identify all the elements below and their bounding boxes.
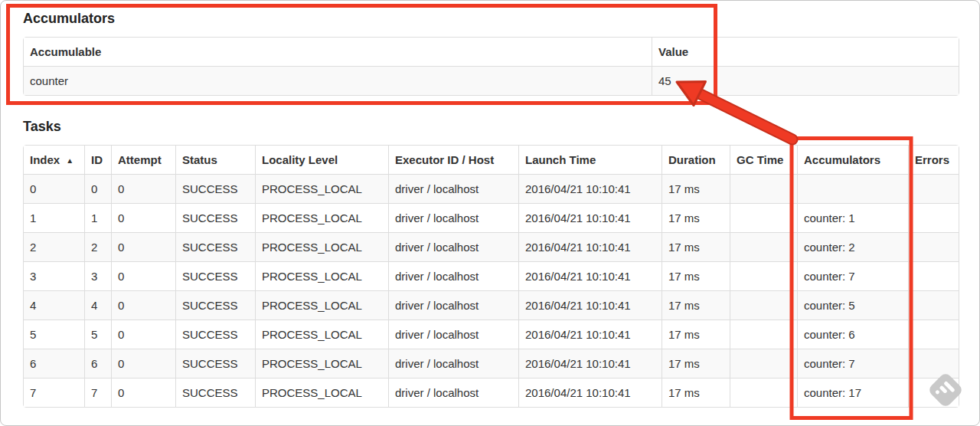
cell-duration: 17 ms: [662, 232, 730, 261]
cell-locality: PROCESS_LOCAL: [255, 349, 388, 378]
spark-ui-screenshot: Accumulators Accumulable Value counter 4…: [0, 0, 980, 426]
cell-id: 5: [84, 320, 111, 349]
cell-attempt: 0: [111, 203, 175, 232]
cell-errors: [908, 232, 959, 261]
cell-errors: [908, 349, 959, 378]
cell-index: 4: [24, 290, 84, 320]
cell-index: 3: [24, 261, 84, 290]
cell-gc-time: [730, 378, 797, 407]
cell-status: SUCCESS: [175, 232, 255, 261]
col-header-status[interactable]: Status: [175, 146, 255, 174]
cell-executor: driver / localhost: [388, 203, 518, 232]
col-header-locality-level[interactable]: Locality Level: [255, 146, 388, 174]
task-row: 7 7 0 SUCCESS PROCESS_LOCAL driver / loc…: [24, 378, 959, 407]
col-header-attempt[interactable]: Attempt: [111, 146, 175, 174]
cell-accumulators: counter: 7: [797, 349, 908, 378]
cell-executor: driver / localhost: [388, 290, 518, 320]
cell-attempt: 0: [111, 261, 175, 290]
cell-id: 1: [84, 203, 111, 232]
col-header-id[interactable]: ID: [84, 146, 111, 174]
cell-accumulators: counter: 2: [797, 232, 908, 261]
cell-locality: PROCESS_LOCAL: [255, 232, 388, 261]
col-header-duration[interactable]: Duration: [662, 146, 730, 174]
cell-id: 6: [84, 349, 111, 378]
cell-status: SUCCESS: [175, 349, 255, 378]
cell-locality: PROCESS_LOCAL: [255, 261, 388, 290]
cell-id: 0: [84, 174, 111, 203]
page-content: Accumulators Accumulable Value counter 4…: [1, 1, 979, 408]
accumulators-section-title: Accumulators: [23, 1, 957, 27]
cell-accumulable-value: 45: [652, 66, 959, 95]
cell-duration: 17 ms: [662, 320, 730, 349]
cell-duration: 17 ms: [662, 290, 730, 320]
cell-errors: [908, 320, 959, 349]
cell-status: SUCCESS: [175, 290, 255, 320]
col-header-gc-time[interactable]: GC Time: [730, 146, 797, 174]
cell-attempt: 0: [111, 378, 175, 407]
cell-status: SUCCESS: [175, 203, 255, 232]
col-header-value[interactable]: Value: [652, 38, 959, 66]
col-header-accumulators[interactable]: Accumulators: [797, 146, 908, 174]
cell-accumulators: counter: 1: [797, 203, 908, 232]
cell-executor: driver / localhost: [388, 261, 518, 290]
cell-gc-time: [730, 349, 797, 378]
cell-attempt: 0: [111, 349, 175, 378]
cell-attempt: 0: [111, 290, 175, 320]
cell-errors: [908, 378, 959, 407]
cell-executor: driver / localhost: [388, 232, 518, 261]
col-header-accumulable[interactable]: Accumulable: [24, 38, 652, 66]
cell-gc-time: [730, 232, 797, 261]
cell-executor: driver / localhost: [388, 320, 518, 349]
task-row: 4 4 0 SUCCESS PROCESS_LOCAL driver / loc…: [24, 290, 959, 320]
cell-status: SUCCESS: [175, 261, 255, 290]
col-header-index[interactable]: Index▲: [24, 146, 84, 174]
cell-executor: driver / localhost: [388, 349, 518, 378]
cell-errors: [908, 174, 959, 203]
cell-duration: 17 ms: [662, 261, 730, 290]
cell-id: 4: [84, 290, 111, 320]
task-row: 1 1 0 SUCCESS PROCESS_LOCAL driver / loc…: [24, 203, 959, 232]
cell-index: 6: [24, 349, 84, 378]
task-row: 0 0 0 SUCCESS PROCESS_LOCAL driver / loc…: [24, 174, 959, 203]
cell-launch-time: 2016/04/21 10:10:41: [518, 320, 662, 349]
task-row: 3 3 0 SUCCESS PROCESS_LOCAL driver / loc…: [24, 261, 959, 290]
cell-launch-time: 2016/04/21 10:10:41: [518, 349, 662, 378]
cell-id: 2: [84, 232, 111, 261]
cell-errors: [908, 290, 959, 320]
cell-locality: PROCESS_LOCAL: [255, 320, 388, 349]
cell-executor: driver / localhost: [388, 378, 518, 407]
cell-index: 0: [24, 174, 84, 203]
cell-gc-time: [730, 203, 797, 232]
accumulators-table: Accumulable Value counter 45: [23, 37, 959, 96]
cell-status: SUCCESS: [175, 320, 255, 349]
cell-locality: PROCESS_LOCAL: [255, 290, 388, 320]
tasks-table: Index▲ ID Attempt Status Locality Level …: [23, 145, 959, 408]
cell-launch-time: 2016/04/21 10:10:41: [518, 290, 662, 320]
cell-index: 7: [24, 378, 84, 407]
cell-errors: [908, 203, 959, 232]
accumulators-header-row: Accumulable Value: [24, 38, 959, 66]
col-header-errors[interactable]: Errors: [908, 146, 959, 174]
cell-attempt: 0: [111, 320, 175, 349]
cell-launch-time: 2016/04/21 10:10:41: [518, 378, 662, 407]
cell-accumulable-name: counter: [24, 66, 652, 95]
cell-duration: 17 ms: [662, 203, 730, 232]
cell-index: 5: [24, 320, 84, 349]
task-row: 2 2 0 SUCCESS PROCESS_LOCAL driver / loc…: [24, 232, 959, 261]
cell-launch-time: 2016/04/21 10:10:41: [518, 232, 662, 261]
cell-duration: 17 ms: [662, 349, 730, 378]
cell-gc-time: [730, 320, 797, 349]
cell-locality: PROCESS_LOCAL: [255, 174, 388, 203]
cell-attempt: 0: [111, 174, 175, 203]
cell-executor: driver / localhost: [388, 174, 518, 203]
cell-status: SUCCESS: [175, 174, 255, 203]
cell-gc-time: [730, 290, 797, 320]
cell-launch-time: 2016/04/21 10:10:41: [518, 174, 662, 203]
cell-index: 2: [24, 232, 84, 261]
cell-attempt: 0: [111, 232, 175, 261]
cell-duration: 17 ms: [662, 378, 730, 407]
accumulator-row: counter 45: [24, 66, 959, 95]
col-header-launch-time[interactable]: Launch Time: [518, 146, 662, 174]
col-header-executor-id-host[interactable]: Executor ID / Host: [388, 146, 518, 174]
cell-accumulators: counter: 17: [797, 378, 908, 407]
